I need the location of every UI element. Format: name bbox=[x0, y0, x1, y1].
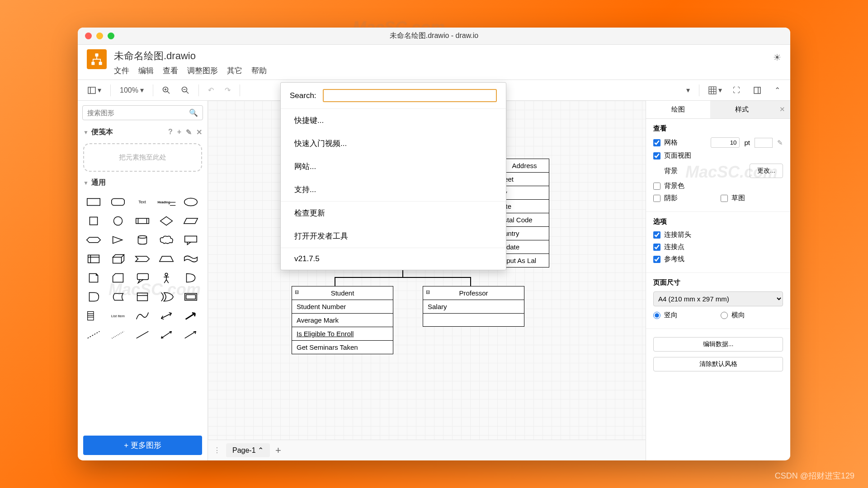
uml-professor[interactable]: ⊟Professor Salary bbox=[423, 286, 524, 327]
undo-button[interactable]: ↶ bbox=[204, 84, 217, 96]
shape-bidir-arrow[interactable] bbox=[156, 308, 177, 324]
pageview-checkbox[interactable]: 页面视图 bbox=[653, 151, 783, 160]
edit-data-button[interactable]: 编辑数据... bbox=[653, 337, 783, 352]
zoom-selector[interactable]: 100% ▾ bbox=[116, 84, 147, 96]
page-tab[interactable]: Page-1 ⌃ bbox=[226, 443, 270, 457]
doc-title[interactable]: 未命名绘图.drawio bbox=[114, 49, 267, 63]
sketch-checkbox[interactable]: 草图 bbox=[721, 194, 783, 202]
shape-cylinder[interactable] bbox=[132, 232, 153, 248]
menu-view[interactable]: 查看 bbox=[163, 66, 178, 76]
help-icon[interactable]: ? bbox=[168, 128, 173, 136]
shape-tape[interactable] bbox=[180, 251, 201, 267]
shape-rounded-rect[interactable] bbox=[108, 194, 128, 210]
shape-line-bidir[interactable] bbox=[156, 327, 177, 343]
table-button[interactable]: ▾ bbox=[705, 84, 726, 96]
shape-step[interactable] bbox=[132, 251, 153, 267]
landscape-radio[interactable]: 横向 bbox=[721, 311, 783, 319]
sidebar-toggle-button[interactable]: ▾ bbox=[84, 84, 105, 96]
shape-cube[interactable] bbox=[108, 251, 128, 267]
change-bg-button[interactable]: 更改... bbox=[750, 164, 783, 178]
grid-color-swatch[interactable] bbox=[755, 138, 773, 148]
shape-rect[interactable] bbox=[83, 194, 104, 210]
redo-button[interactable]: ↷ bbox=[221, 84, 234, 96]
close-panel-button[interactable]: ✕ bbox=[774, 101, 790, 118]
shape-square[interactable] bbox=[83, 213, 104, 229]
shape-list[interactable] bbox=[83, 308, 104, 324]
shape-search[interactable]: 🔍 bbox=[82, 105, 203, 120]
general-header[interactable]: ▼ 通用 bbox=[78, 175, 208, 190]
shape-ellipse[interactable] bbox=[180, 194, 201, 210]
add-page-button[interactable]: + bbox=[275, 445, 281, 456]
portrait-radio[interactable]: 竖向 bbox=[653, 311, 716, 319]
shape-xor[interactable] bbox=[156, 289, 177, 305]
shape-curve[interactable] bbox=[132, 308, 153, 324]
points-checkbox[interactable]: 连接点 bbox=[653, 243, 783, 251]
shape-parallelogram[interactable] bbox=[180, 213, 201, 229]
add-icon[interactable]: + bbox=[177, 128, 181, 136]
shape-cloud[interactable] bbox=[156, 232, 177, 248]
shape-dotted[interactable] bbox=[108, 327, 128, 343]
menu-quickstart[interactable]: 快速入门视频... bbox=[281, 132, 506, 155]
edit-icon[interactable]: ✎ bbox=[777, 139, 783, 147]
shape-data-storage[interactable] bbox=[108, 289, 128, 305]
collapse-icon[interactable]: ⊟ bbox=[295, 289, 299, 295]
dropdown-button[interactable]: ▾ bbox=[683, 84, 693, 96]
shape-or[interactable] bbox=[180, 270, 201, 286]
maximize-button[interactable] bbox=[108, 33, 114, 39]
scratchpad-dropzone[interactable]: 把元素拖至此处 bbox=[83, 143, 202, 172]
shape-arrow[interactable] bbox=[180, 327, 201, 343]
shape-actor[interactable] bbox=[156, 270, 177, 286]
help-search-input[interactable] bbox=[323, 89, 497, 102]
zoom-out-button[interactable] bbox=[178, 84, 193, 96]
shape-and[interactable] bbox=[83, 289, 104, 305]
menu-support[interactable]: 支持... bbox=[281, 178, 506, 201]
shape-callout[interactable] bbox=[180, 232, 201, 248]
format-panel-button[interactable] bbox=[750, 85, 764, 96]
menu-website[interactable]: 网站... bbox=[281, 155, 506, 178]
pagesize-selector[interactable]: A4 (210 mm x 297 mm) bbox=[653, 291, 783, 306]
menu-arrange[interactable]: 调整图形 bbox=[187, 66, 218, 76]
shape-line[interactable] bbox=[132, 327, 153, 343]
close-icon[interactable]: ✕ bbox=[196, 128, 202, 136]
edit-icon[interactable]: ✎ bbox=[186, 128, 192, 136]
arrows-checkbox[interactable]: 连接箭头 bbox=[653, 230, 783, 239]
guides-checkbox[interactable]: 参考线 bbox=[653, 255, 783, 263]
grid-checkbox[interactable]: 网格 bbox=[653, 138, 706, 147]
shape-diamond[interactable] bbox=[156, 213, 177, 229]
shape-process[interactable] bbox=[132, 213, 153, 229]
shape-triangle[interactable] bbox=[108, 232, 128, 248]
more-shapes-button[interactable]: + 更多图形 bbox=[83, 436, 202, 455]
menu-file[interactable]: 文件 bbox=[114, 66, 129, 76]
bgcolor-checkbox[interactable]: 背景色 bbox=[653, 182, 783, 190]
close-button[interactable] bbox=[85, 33, 92, 39]
menu-help[interactable]: 帮助 bbox=[251, 66, 267, 76]
shape-hexagon[interactable] bbox=[83, 232, 104, 248]
menu-shortcuts[interactable]: 快捷键... bbox=[281, 109, 506, 132]
zoom-in-button[interactable] bbox=[159, 84, 174, 96]
shape-container[interactable] bbox=[132, 289, 153, 305]
fullscreen-button[interactable]: ⛶ bbox=[729, 84, 744, 96]
tab-diagram[interactable]: 绘图 bbox=[646, 101, 710, 118]
menu-check-updates[interactable]: 检查更新 bbox=[281, 202, 506, 225]
shape-arrow-thick[interactable] bbox=[180, 308, 201, 324]
menu-edit[interactable]: 编辑 bbox=[138, 66, 154, 76]
menu-dev-tools[interactable]: 打开开发者工具 bbox=[281, 225, 506, 248]
shape-text[interactable]: Text bbox=[132, 194, 153, 210]
grid-size-input[interactable] bbox=[711, 137, 740, 148]
shape-heading[interactable]: Heading━━━━━━ bbox=[156, 194, 177, 210]
shape-note[interactable] bbox=[83, 270, 104, 286]
uml-student[interactable]: ⊟Student Student Number Average Mark Is … bbox=[292, 286, 393, 354]
shape-circle[interactable] bbox=[108, 213, 128, 229]
clear-style-button[interactable]: 清除默认风格 bbox=[653, 357, 783, 371]
page-menu-button[interactable]: ⋮ bbox=[213, 446, 221, 455]
theme-toggle-icon[interactable]: ☀ bbox=[773, 52, 781, 63]
search-input[interactable] bbox=[87, 109, 189, 117]
tab-style[interactable]: 样式 bbox=[710, 101, 774, 118]
shape-trapezoid[interactable] bbox=[156, 251, 177, 267]
shape-card[interactable] bbox=[108, 270, 128, 286]
shape-dashed[interactable] bbox=[83, 327, 104, 343]
shape-internal-storage[interactable] bbox=[83, 251, 104, 267]
shape-list-item[interactable]: List Item bbox=[108, 308, 128, 324]
shape-double-rect[interactable] bbox=[180, 289, 201, 305]
collapse-button[interactable]: ⌃ bbox=[771, 84, 784, 96]
